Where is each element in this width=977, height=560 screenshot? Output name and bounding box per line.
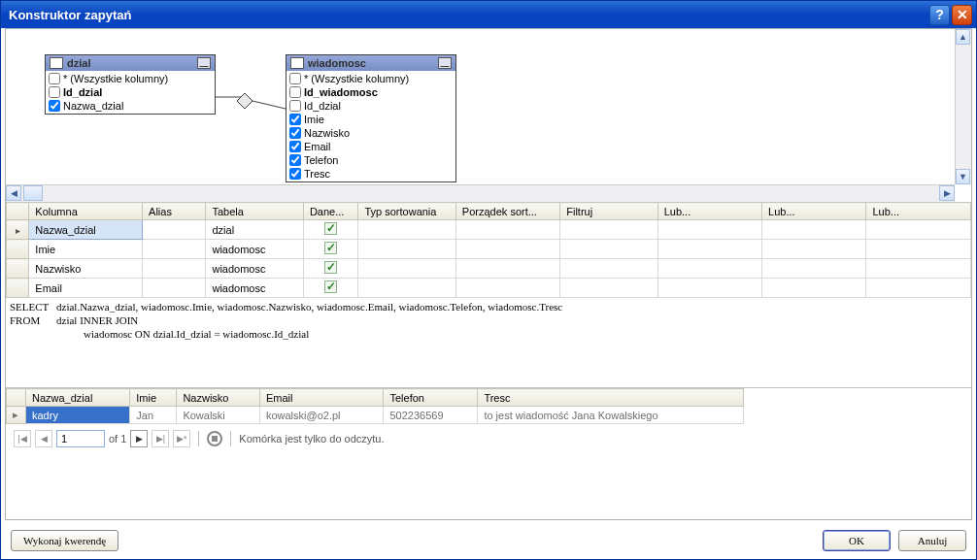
results-header[interactable]: Nazwa_dzial: [26, 389, 130, 407]
diagram-vscrollbar[interactable]: ▲ ▼: [955, 29, 971, 184]
minimize-button[interactable]: —: [438, 57, 452, 69]
column-checkbox[interactable]: [289, 141, 301, 152]
results-header[interactable]: Nazwisko: [177, 389, 260, 407]
grid-header[interactable]: Lub...: [762, 203, 866, 220]
grid-header[interactable]: Tabela: [206, 203, 303, 220]
close-button[interactable]: ✕: [952, 5, 972, 25]
scroll-down-button[interactable]: ▼: [956, 169, 970, 184]
titlebar[interactable]: Konstruktor zapytań ? ✕: [1, 1, 976, 28]
results-header[interactable]: Email: [259, 389, 384, 407]
results-cell[interactable]: Jan: [130, 407, 177, 424]
grid-cell[interactable]: wiadomosc: [206, 240, 303, 259]
grid-row[interactable]: Nazwiskowiadomosc: [7, 259, 971, 279]
grid-cell[interactable]: [303, 279, 358, 298]
grid-cell[interactable]: [143, 220, 206, 240]
table-column-row[interactable]: Id_wiadomosc: [287, 85, 455, 99]
results-cell[interactable]: kadry: [26, 407, 130, 424]
column-checkbox[interactable]: [289, 127, 301, 139]
column-checkbox[interactable]: [289, 168, 301, 180]
grid-header[interactable]: Kolumna: [29, 203, 143, 220]
grid-row[interactable]: Emailwiadomosc: [7, 279, 971, 298]
grid-row-header[interactable]: [7, 279, 29, 298]
table-column-row[interactable]: Id_dzial: [47, 85, 214, 99]
results-row[interactable]: ▸kadryJanKowalskikowalski@o2.pl502236569…: [7, 407, 744, 424]
table-column-row[interactable]: Id_dzial: [287, 99, 455, 113]
grid-header[interactable]: Porządek sort...: [455, 203, 559, 220]
table-column-row[interactable]: * (Wszystkie kolumny): [47, 72, 214, 85]
table-column-row[interactable]: Tresc: [287, 167, 455, 181]
grid-row[interactable]: Nazwa_dzialdzial: [7, 220, 971, 240]
grid-header[interactable]: Dane...: [303, 203, 358, 220]
table-column-row[interactable]: Imie: [287, 113, 455, 126]
table-dzial[interactable]: dzial — * (Wszystkie kolumny)Id_dzialNaz…: [45, 54, 216, 115]
results-grid[interactable]: Nazwa_dzialImieNazwiskoEmailTelefonTresc…: [6, 388, 744, 424]
results-header[interactable]: Tresc: [478, 389, 744, 407]
grid-row-header[interactable]: [7, 220, 29, 240]
grid-row-header[interactable]: [7, 259, 29, 279]
results-header[interactable]: Telefon: [384, 389, 478, 407]
grid-row[interactable]: Imiewiadomosc: [7, 240, 971, 259]
grid-cell[interactable]: Imie: [29, 240, 143, 259]
column-checkbox[interactable]: [49, 86, 60, 98]
output-checkbox[interactable]: [324, 242, 337, 254]
table-column-row[interactable]: * (Wszystkie kolumny): [287, 72, 455, 85]
table-column-row[interactable]: Nazwa_dzial: [47, 99, 214, 113]
grid-cell[interactable]: [303, 259, 358, 279]
nav-current-input[interactable]: [56, 430, 105, 447]
grid-cell[interactable]: dzial: [206, 220, 303, 240]
table-dzial-header[interactable]: dzial —: [46, 55, 215, 71]
criteria-grid[interactable]: KolumnaAliasTabelaDane...Typ sortowaniaP…: [6, 202, 971, 298]
execute-query-button[interactable]: Wykonaj kwerendę: [11, 530, 118, 551]
results-header[interactable]: Imie: [130, 389, 177, 407]
output-checkbox[interactable]: [324, 222, 337, 235]
grid-header[interactable]: Lub...: [866, 203, 971, 220]
nav-last-button[interactable]: ▶|: [152, 430, 169, 447]
grid-cell[interactable]: [303, 220, 358, 240]
results-cell[interactable]: to jest wiadomość Jana Kowalskiego: [478, 407, 744, 424]
grid-cell[interactable]: wiadomosc: [206, 279, 303, 298]
sql-pane[interactable]: SELECT dzial.Nazwa_dzial, wiadomosc.Imie…: [6, 296, 971, 387]
results-cell[interactable]: 502236569: [384, 407, 478, 424]
column-checkbox[interactable]: [289, 73, 301, 84]
results-cell[interactable]: kowalski@o2.pl: [259, 407, 384, 424]
table-wiadomosc-header[interactable]: wiadomosc —: [286, 55, 455, 71]
cancel-button[interactable]: Anuluj: [898, 530, 966, 551]
grid-header[interactable]: Alias: [143, 203, 206, 220]
scroll-left-button[interactable]: ◀: [6, 185, 21, 201]
column-checkbox[interactable]: [289, 114, 301, 125]
column-checkbox[interactable]: [289, 100, 301, 112]
column-checkbox[interactable]: [289, 154, 301, 166]
grid-header[interactable]: Filtruj: [560, 203, 657, 220]
nav-next-button[interactable]: ▶: [130, 430, 148, 447]
nav-prev-button[interactable]: ◀: [35, 430, 52, 447]
nav-stop-button[interactable]: [207, 431, 222, 446]
results-row-header[interactable]: ▸: [7, 407, 26, 424]
nav-first-button[interactable]: |◀: [14, 430, 31, 447]
ok-button[interactable]: OK: [823, 530, 891, 551]
grid-cell[interactable]: [143, 240, 206, 259]
grid-cell[interactable]: Email: [29, 279, 143, 298]
grid-header[interactable]: Typ sortowania: [358, 203, 455, 220]
grid-header[interactable]: Lub...: [657, 203, 761, 220]
table-wiadomosc[interactable]: wiadomosc — * (Wszystkie kolumny)Id_wiad…: [286, 54, 456, 182]
output-checkbox[interactable]: [324, 280, 337, 293]
grid-cell[interactable]: Nazwisko: [29, 259, 143, 279]
grid-cell[interactable]: wiadomosc: [206, 259, 303, 279]
scroll-right-button[interactable]: ▶: [939, 185, 955, 201]
diagram-hscrollbar[interactable]: ◀ ▶: [6, 184, 955, 202]
column-checkbox[interactable]: [49, 100, 60, 112]
column-checkbox[interactable]: [289, 86, 301, 98]
grid-cell[interactable]: [303, 240, 358, 259]
column-checkbox[interactable]: [49, 73, 60, 84]
table-column-row[interactable]: Nazwisko: [287, 126, 455, 140]
minimize-button[interactable]: —: [197, 57, 211, 69]
diagram-pane[interactable]: dzial — * (Wszystkie kolumny)Id_dzialNaz…: [6, 29, 971, 202]
scroll-up-button[interactable]: ▲: [956, 29, 970, 45]
nav-new-button[interactable]: ▶*: [173, 430, 190, 447]
grid-cell[interactable]: [143, 259, 206, 279]
output-checkbox[interactable]: [324, 261, 337, 274]
results-cell[interactable]: Kowalski: [177, 407, 260, 424]
table-column-row[interactable]: Email: [287, 140, 455, 153]
table-column-row[interactable]: Telefon: [287, 153, 455, 167]
grid-cell[interactable]: [143, 279, 206, 298]
